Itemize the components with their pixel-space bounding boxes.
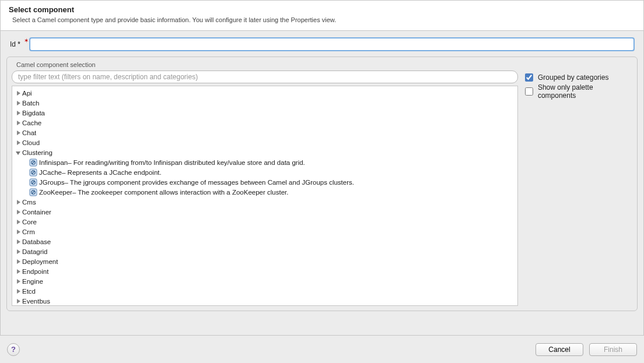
tree-item-desc: – The jgroups component provides exchang… — [64, 179, 354, 186]
tree-folder-label: Deployment — [22, 258, 58, 265]
tree-folder[interactable]: Datagrid — [13, 246, 516, 256]
chevron-right-icon[interactable] — [15, 298, 22, 305]
svg-marker-2 — [17, 111, 20, 115]
svg-marker-4 — [17, 131, 20, 135]
finish-button[interactable]: Finish — [589, 343, 637, 356]
tree-folder-label: Chat — [22, 129, 36, 136]
tree-folder[interactable]: Container — [13, 207, 516, 217]
svg-marker-25 — [17, 259, 20, 264]
chevron-right-icon[interactable] — [15, 129, 22, 136]
tree-folder-label: Container — [22, 209, 51, 216]
tree-folder[interactable]: Etcd — [13, 286, 516, 296]
tree-folder[interactable]: Chat — [13, 128, 516, 138]
chevron-right-icon[interactable] — [15, 218, 22, 225]
tree-item[interactable]: JCache – Represents a JCache endpoint. — [13, 167, 516, 177]
chevron-right-icon[interactable] — [15, 258, 22, 265]
tree-item-name: JGroups — [39, 179, 64, 186]
tree-folder-label: Endpoint — [22, 268, 48, 275]
tree-item-name: Infinispan — [39, 159, 68, 166]
chevron-right-icon[interactable] — [15, 100, 22, 107]
tree-folder-label: Bigdata — [22, 110, 45, 117]
tree-folder-label: Cloud — [22, 139, 40, 146]
tree-folder-label: Cache — [22, 119, 41, 126]
dialog-subtitle: Select a Camel component type and provid… — [9, 16, 635, 23]
tree-item[interactable]: JGroups – The jgroups component provides… — [13, 177, 516, 187]
dialog-header: Select component Select a Camel componen… — [1, 1, 643, 31]
left-column: ApiBatchBigdataCacheChatCloudClusteringI… — [12, 71, 518, 306]
chevron-right-icon[interactable] — [15, 139, 22, 146]
chevron-right-icon[interactable] — [15, 119, 22, 126]
tree-folder-label: Database — [22, 238, 51, 245]
tree-folder[interactable]: Cache — [13, 118, 516, 128]
id-input[interactable] — [30, 38, 634, 51]
svg-marker-5 — [17, 140, 20, 145]
tree-folder-label: Cms — [22, 199, 36, 206]
grouped-by-categories-option[interactable]: Grouped by categories — [523, 72, 632, 83]
id-input-wrap: ✶ — [30, 38, 634, 51]
error-icon: ✶ — [23, 37, 30, 44]
tree-folder[interactable]: Endpoint — [13, 266, 516, 276]
svg-marker-24 — [17, 249, 20, 254]
tree-item[interactable]: Infinispan – For reading/writing from/to… — [13, 157, 516, 167]
tree-folder-label: Api — [22, 90, 32, 97]
tree-folder[interactable]: Deployment — [13, 256, 516, 266]
palette-only-checkbox[interactable] — [525, 87, 533, 96]
svg-marker-27 — [17, 279, 20, 284]
dialog-title: Select component — [9, 5, 635, 14]
chevron-right-icon[interactable] — [15, 199, 22, 206]
chevron-right-icon[interactable] — [15, 110, 22, 117]
tree-folder-label: Core — [22, 218, 37, 225]
component-selection-group: Camel component selection ApiBatchBigdat… — [6, 57, 638, 311]
tree-folder[interactable]: Database — [13, 237, 516, 246]
tree-folder-label: Datagrid — [22, 248, 47, 255]
svg-marker-26 — [17, 269, 20, 274]
tree-folder[interactable]: Cms — [13, 197, 516, 207]
tree-folder[interactable]: Eventbus — [13, 296, 516, 306]
svg-marker-1 — [17, 101, 20, 105]
tree-item-desc: – The zookeeper component allows interac… — [72, 189, 289, 196]
chevron-right-icon[interactable] — [15, 278, 22, 285]
chevron-right-icon[interactable] — [15, 238, 22, 245]
tree-folder[interactable]: Api — [13, 88, 516, 98]
tree-folder-label: Clustering — [22, 149, 52, 156]
svg-marker-20 — [17, 210, 20, 214]
tree-folder[interactable]: Core — [13, 217, 516, 227]
help-button[interactable]: ? — [7, 343, 20, 356]
svg-marker-28 — [17, 289, 20, 294]
grouped-checkbox[interactable] — [525, 73, 533, 82]
tree-item-name: JCache — [39, 169, 62, 176]
filter-input[interactable] — [12, 71, 518, 83]
component-icon — [29, 178, 38, 186]
dialog-content: Id * ✶ Camel component selection ApiBatc… — [1, 31, 643, 311]
right-column: Grouped by categories Show only palette … — [523, 71, 632, 306]
svg-marker-23 — [17, 239, 20, 244]
show-only-palette-option[interactable]: Show only palette components — [523, 86, 632, 97]
tree-item[interactable]: ZooKeeper – The zookeeper component allo… — [13, 187, 516, 197]
svg-marker-22 — [17, 230, 20, 234]
chevron-right-icon[interactable] — [15, 248, 22, 255]
tree-folder[interactable]: Clustering — [13, 147, 516, 157]
dialog-footer: ? Cancel Finish — [0, 335, 644, 363]
tree-folder[interactable]: Crm — [13, 227, 516, 237]
tree-folder[interactable]: Bigdata — [13, 108, 516, 118]
chevron-right-icon[interactable] — [15, 288, 22, 295]
id-row: Id * ✶ — [6, 38, 638, 51]
svg-marker-21 — [17, 220, 20, 224]
chevron-right-icon[interactable] — [15, 228, 22, 235]
tree-folder[interactable]: Batch — [13, 98, 516, 108]
tree-item-desc: – For reading/writing from/to Infinispan… — [68, 159, 305, 166]
tree-folder-label: Batch — [22, 100, 39, 107]
chevron-down-icon[interactable] — [15, 149, 22, 156]
tree-folder[interactable]: Cloud — [13, 138, 516, 147]
svg-marker-6 — [16, 151, 20, 155]
chevron-right-icon[interactable] — [15, 268, 22, 275]
chevron-right-icon[interactable] — [15, 90, 22, 97]
chevron-right-icon[interactable] — [15, 209, 22, 216]
cancel-button[interactable]: Cancel — [536, 343, 583, 356]
tree-item-name: ZooKeeper — [39, 189, 72, 196]
tree-folder[interactable]: Engine — [13, 276, 516, 286]
tree-folder-label: Engine — [22, 278, 43, 285]
tree-folder-label: Crm — [22, 228, 35, 235]
component-tree[interactable]: ApiBatchBigdataCacheChatCloudClusteringI… — [12, 86, 518, 306]
group-title: Camel component selection — [14, 61, 98, 68]
